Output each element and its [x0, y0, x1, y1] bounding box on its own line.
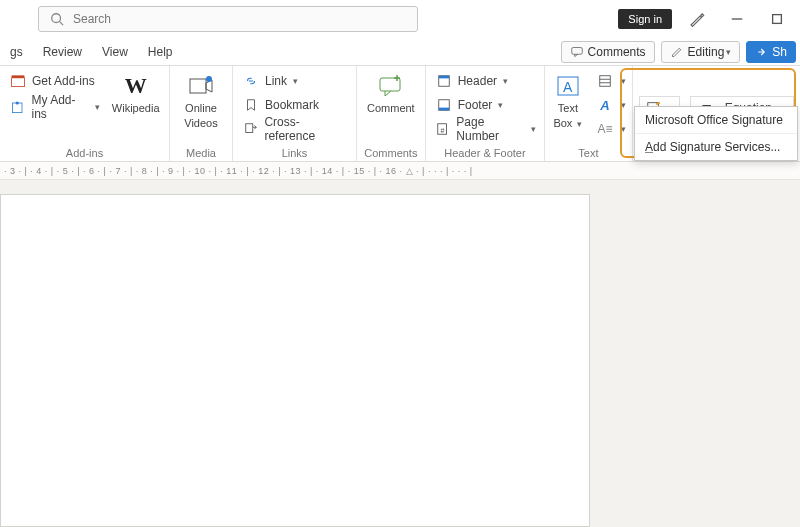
horizontal-ruler[interactable]: · 3 · | · 4 · | · 5 · | · 6 · | · 7 · | … [0, 162, 800, 180]
quick-parts-button[interactable]: ▾ [593, 70, 628, 92]
group-label-hf: Header & Footer [432, 145, 539, 161]
text-box-icon: A [553, 72, 583, 100]
svg-rect-6 [12, 75, 25, 77]
svg-rect-4 [571, 47, 582, 54]
chevron-down-icon: ▾ [95, 102, 100, 112]
cross-reference-button[interactable]: Cross-reference [239, 118, 350, 140]
menu-ms-signature[interactable]: Microsoft Office Signature [635, 107, 797, 133]
svg-text:A: A [563, 79, 573, 95]
chevron-down-icon: ▾ [498, 100, 503, 110]
quick-parts-icon [595, 71, 615, 91]
header-button[interactable]: Header ▾ [432, 70, 539, 92]
xref-label: Cross-reference [264, 115, 348, 143]
svg-point-8 [15, 101, 18, 104]
chevron-down-icon: ▾ [577, 119, 582, 129]
restore-button[interactable] [762, 4, 792, 34]
footer-label: Footer [458, 98, 493, 112]
online-videos-button[interactable]: Online Videos [176, 70, 226, 131]
online-videos-label-2: Videos [184, 117, 217, 130]
group-label-comments: Comments [363, 145, 419, 161]
new-comment-button[interactable]: Comment [363, 70, 419, 117]
sign-in-button[interactable]: Sign in [618, 9, 672, 29]
menu-add-signature-services[interactable]: Add Signature Services... [635, 133, 797, 160]
page-number-label: Page Number [456, 115, 525, 143]
group-links: Link ▾ Bookmark Cross-reference Links [233, 66, 357, 161]
search-input[interactable]: Search [38, 6, 418, 32]
document-workspace [0, 180, 800, 527]
chevron-down-icon: ▾ [726, 47, 731, 57]
document-page[interactable] [0, 194, 590, 527]
get-addins-label: Get Add-ins [32, 74, 95, 88]
wordart-button[interactable]: A ▾ [593, 94, 628, 116]
group-label-text: Text [551, 145, 625, 161]
minimize-icon [730, 12, 744, 26]
wikipedia-icon: W [121, 72, 151, 100]
drop-cap-button[interactable]: A≡ ▾ [593, 118, 628, 140]
svg-rect-11 [245, 124, 252, 133]
tab-review[interactable]: Review [33, 38, 92, 66]
share-button[interactable]: Sh [746, 41, 796, 63]
group-text: A Text Box ▾ ▾ A ▾ A≡ ▾ [545, 66, 632, 161]
group-header-footer: Header ▾ Footer ▾ # Page Number ▾ [426, 66, 546, 161]
footer-button[interactable]: Footer ▾ [432, 94, 539, 116]
group-label-links: Links [239, 145, 350, 161]
share-label: Sh [772, 45, 787, 59]
minimize-button[interactable] [722, 4, 752, 34]
online-videos-label-1: Online [185, 102, 217, 115]
video-icon [186, 72, 216, 100]
editing-pill-label: Editing [688, 45, 725, 59]
wikipedia-button[interactable]: W Wikipedia [108, 70, 163, 117]
mnemonic-a: A [645, 140, 653, 154]
pen-icon [688, 10, 706, 28]
group-label-addins: Add-ins [6, 145, 163, 161]
link-icon [241, 71, 261, 91]
comments-pill-label: Comments [588, 45, 646, 59]
ribbon-right-pills: Comments Editing ▾ Sh [561, 41, 800, 63]
search-icon [47, 9, 67, 29]
svg-point-10 [206, 76, 212, 82]
crossref-icon [241, 119, 260, 139]
svg-line-1 [60, 22, 64, 26]
svg-rect-16 [438, 108, 449, 111]
group-comments: Comment Comments [357, 66, 426, 161]
share-icon [755, 45, 769, 59]
bookmark-label: Bookmark [265, 98, 319, 112]
group-label-media: Media [176, 145, 226, 161]
chevron-down-icon: ▾ [621, 76, 626, 86]
text-box-label-2: Box [553, 117, 572, 129]
text-box-label-1: Text [558, 102, 578, 115]
pencil-icon [670, 45, 684, 59]
chevron-down-icon: ▾ [293, 76, 298, 86]
restore-icon [770, 12, 784, 26]
editing-pill[interactable]: Editing ▾ [661, 41, 741, 63]
text-box-button[interactable]: A Text Box ▾ [549, 70, 587, 131]
signature-dropdown: Microsoft Office Signature Add Signature… [634, 106, 798, 161]
group-media: Online Videos Media [170, 66, 233, 161]
touch-mode-button[interactable] [682, 4, 712, 34]
chevron-down-icon: ▾ [531, 124, 536, 134]
tab-view[interactable]: View [92, 38, 138, 66]
svg-text:#: # [440, 127, 444, 134]
footer-icon [434, 95, 454, 115]
comment-label: Comment [367, 102, 415, 115]
svg-point-0 [52, 14, 61, 23]
header-label: Header [458, 74, 497, 88]
tab-cut[interactable]: gs [0, 38, 33, 66]
puzzle-icon [8, 97, 27, 117]
link-button[interactable]: Link ▾ [239, 70, 350, 92]
page-number-button[interactable]: # Page Number ▾ [432, 118, 539, 140]
drop-cap-icon: A≡ [595, 119, 615, 139]
wordart-icon: A [595, 95, 615, 115]
comment-icon [570, 45, 584, 59]
my-addins-button[interactable]: My Add-ins ▾ [6, 96, 102, 118]
get-addins-button[interactable]: Get Add-ins [6, 70, 102, 92]
new-comment-icon [376, 72, 406, 100]
bookmark-button[interactable]: Bookmark [239, 94, 350, 116]
ribbon-tabs: gs Review View Help Comments Editing ▾ S… [0, 38, 800, 66]
svg-rect-14 [438, 76, 449, 79]
comments-pill[interactable]: Comments [561, 41, 655, 63]
store-icon [8, 71, 28, 91]
tab-help[interactable]: Help [138, 38, 183, 66]
wikipedia-label: Wikipedia [112, 102, 160, 115]
bookmark-icon [241, 95, 261, 115]
